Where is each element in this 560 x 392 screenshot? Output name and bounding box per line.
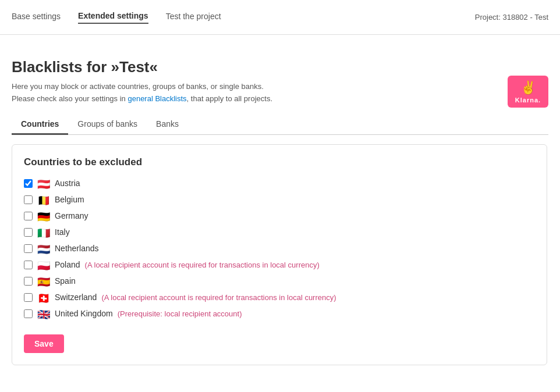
- checkbox-italy[interactable]: [24, 228, 33, 237]
- name-spain: Spain: [55, 276, 76, 286]
- top-navigation: Base settings Extended settings Test the…: [12, 11, 221, 24]
- klarna-logo: ✌ Klarna.: [508, 76, 548, 108]
- flag-uk: 🇬🇧: [37, 309, 50, 318]
- project-label: Project: 318802 - Test: [475, 13, 548, 22]
- checkbox-netherlands[interactable]: [24, 244, 33, 253]
- flag-belgium: 🇧🇪: [37, 195, 50, 204]
- flag-switzerland: 🇨🇭: [37, 293, 50, 301]
- name-belgium: Belgium: [55, 195, 84, 204]
- save-button[interactable]: Save: [24, 334, 64, 353]
- top-bar: Base settings Extended settings Test the…: [0, 0, 560, 35]
- country-poland: 🇵🇱 Poland (A local recipient account is …: [24, 260, 535, 269]
- tab-base-settings[interactable]: Base settings: [12, 12, 61, 23]
- country-uk: 🇬🇧 United Kingdom (Prerequisite: local r…: [24, 309, 535, 318]
- name-poland: Poland: [55, 260, 80, 269]
- flag-austria: 🇦🇹: [37, 179, 50, 187]
- note-poland: (A local recipient account is required f…: [85, 261, 320, 269]
- checkbox-austria[interactable]: [24, 179, 33, 188]
- country-italy: 🇮🇹 Italy: [24, 227, 535, 237]
- description-pre: Please check also your settings in: [12, 94, 127, 103]
- checkbox-spain[interactable]: [24, 277, 33, 286]
- country-switzerland: 🇨🇭 Switzerland (A local recipient accoun…: [24, 293, 535, 302]
- tab-countries[interactable]: Countries: [12, 115, 68, 135]
- note-uk: (Prerequisite: local recipient account): [118, 309, 242, 318]
- checkbox-switzerland[interactable]: [24, 293, 33, 302]
- country-netherlands: 🇳🇱 Netherlands: [24, 244, 535, 253]
- name-austria: Austria: [55, 179, 80, 188]
- klarna-emoji: ✌: [520, 80, 536, 95]
- tab-test-project[interactable]: Test the project: [166, 12, 221, 23]
- flag-netherlands: 🇳🇱: [37, 244, 50, 252]
- flag-poland: 🇵🇱: [37, 261, 50, 269]
- tab-extended-settings[interactable]: Extended settings: [78, 11, 148, 24]
- checkbox-germany[interactable]: [24, 212, 33, 220]
- name-netherlands: Netherlands: [55, 244, 99, 253]
- country-spain: 🇪🇸 Spain: [24, 276, 535, 286]
- page-title: Blacklists for »Test«: [12, 58, 548, 76]
- card-title: Countries to be excluded: [24, 156, 535, 168]
- description-post: , that apply to all projects.: [187, 94, 272, 103]
- checkbox-belgium[interactable]: [24, 195, 33, 204]
- flag-italy: 🇮🇹: [37, 228, 50, 236]
- countries-card: Countries to be excluded 🇦🇹 Austria 🇧🇪 B…: [12, 144, 547, 365]
- name-germany: Germany: [55, 211, 88, 220]
- country-austria: 🇦🇹 Austria: [24, 179, 535, 188]
- klarna-brand-name: Klarna.: [515, 97, 541, 104]
- name-italy: Italy: [55, 227, 70, 237]
- note-switzerland: (A local recipient account is required f…: [101, 293, 336, 302]
- tab-banks[interactable]: Banks: [147, 115, 188, 135]
- general-blacklists-link[interactable]: general Blacklists: [127, 94, 186, 103]
- country-belgium: 🇧🇪 Belgium: [24, 195, 535, 204]
- name-uk: United Kingdom: [55, 309, 113, 318]
- flag-germany: 🇩🇪: [37, 212, 50, 220]
- checkbox-uk[interactable]: [24, 309, 33, 318]
- description-line1: Here you may block or activate countries…: [12, 82, 548, 91]
- description-line2: Please check also your settings in gener…: [12, 94, 548, 103]
- country-germany: 🇩🇪 Germany: [24, 211, 535, 220]
- checkbox-poland[interactable]: [24, 261, 33, 269]
- flag-spain: 🇪🇸: [37, 277, 50, 285]
- tab-groups-of-banks[interactable]: Groups of banks: [68, 115, 147, 135]
- tabs: Countries Groups of banks Banks: [12, 115, 548, 135]
- name-switzerland: Switzerland: [55, 293, 97, 302]
- main-content: Blacklists for »Test« Here you may block…: [0, 35, 560, 365]
